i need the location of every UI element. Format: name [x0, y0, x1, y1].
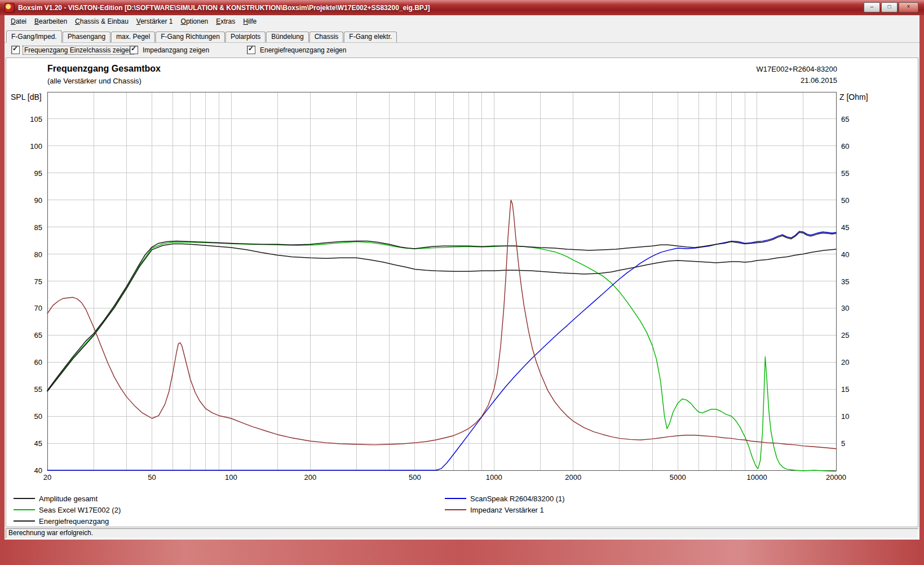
svg-text:2000: 2000 [565, 473, 581, 481]
checkbox-frequenzgang-einzelchassis[interactable]: ✓ [11, 46, 20, 54]
app-icon [5, 3, 15, 13]
window-content: Datei Bearbeiten Chassis & Einbau Verstä… [5, 15, 919, 540]
svg-text:25: 25 [841, 331, 849, 339]
svg-text:100: 100 [225, 473, 237, 481]
svg-text:20: 20 [841, 358, 849, 367]
chart-date: 21.06.2015 [801, 76, 837, 85]
chart-title: Frequenzgang Gesamtbox [47, 64, 161, 74]
check-icon: ✓ [131, 45, 136, 52]
y2-axis-label: Z [Ohm] [839, 92, 868, 101]
menu-chassis-einbau[interactable]: Chassis & Einbau [71, 16, 132, 27]
checkbox-label-energiefrequenzgang[interactable]: Energiefrequenzgang zeigen [259, 46, 347, 54]
legend-item: ScanSpeak R2604/83200 (1) [445, 493, 565, 504]
legend-label: Seas Excel W17E002 (2) [39, 506, 121, 514]
svg-text:85: 85 [34, 223, 42, 232]
check-icon: ✓ [248, 45, 254, 52]
legend-label: Amplitude gesamt [39, 495, 98, 503]
legend-item: Impedanz Verstärker 1 [445, 505, 544, 515]
legend-item: Energiefrequenzgang [14, 516, 109, 526]
menubar: Datei Bearbeiten Chassis & Einbau Verstä… [5, 15, 919, 27]
close-button[interactable]: × [899, 2, 918, 12]
statusbar: Berechnung war erfolgreich. [5, 527, 919, 540]
legend-line-impedanz [445, 509, 466, 510]
svg-text:60: 60 [841, 142, 849, 151]
svg-text:45: 45 [841, 223, 849, 232]
menu-datei[interactable]: Datei [7, 16, 30, 27]
status-message: Berechnung war erfolgreich. [6, 528, 918, 538]
legend-line-amplitude-gesamt [14, 498, 35, 499]
svg-text:50: 50 [148, 473, 156, 481]
tab-fgang-richtungen[interactable]: F-Gang Richtungen [156, 32, 225, 42]
svg-text:35: 35 [841, 277, 849, 286]
checkbox-label-frequenzgang-einzelchassis[interactable]: Frequenzgang Einzelchassis zeigen [23, 46, 134, 54]
legend-line-scanspeak [445, 498, 466, 499]
tab-phasengang[interactable]: Phasengang [63, 32, 110, 42]
minimize-button[interactable]: – [864, 2, 880, 12]
svg-text:100: 100 [30, 142, 42, 151]
svg-text:10: 10 [841, 412, 849, 421]
menu-verstaerker-1[interactable]: Verstärker 1 [132, 16, 177, 27]
svg-text:1000: 1000 [486, 473, 502, 481]
tab-fgang-elektr[interactable]: F-Gang elektr. [344, 32, 397, 42]
tab-max-pegel[interactable]: max. Pegel [111, 32, 155, 42]
checkbox-energiefrequenzgang[interactable]: ✓ [247, 46, 255, 54]
svg-text:105: 105 [30, 115, 42, 123]
tab-chassis[interactable]: Chassis [310, 32, 344, 42]
chart-subtitle: (alle Verstärker und Chassis) [47, 77, 142, 85]
menu-extras[interactable]: Extras [212, 16, 239, 27]
svg-text:200: 200 [304, 473, 316, 481]
legend-label: Impedanz Verstärker 1 [470, 506, 544, 514]
checkbox-impedanzgang[interactable]: ✓ [130, 46, 138, 54]
checkbox-label-impedanzgang[interactable]: Impedanzgang zeigen [142, 46, 210, 54]
svg-text:50: 50 [34, 412, 42, 421]
svg-text:10000: 10000 [747, 473, 767, 481]
svg-text:75: 75 [34, 277, 42, 286]
tab-polarplots[interactable]: Polarplots [226, 32, 266, 42]
tab-buendelung[interactable]: Bündelung [266, 32, 308, 42]
titlebar[interactable]: Boxsim V1.20 - VISATON-Edition [D:\SOFTW… [0, 0, 924, 15]
frequency-response-plot: SPL [dB] Z [Ohm] 40455055606570758085909… [6, 86, 917, 481]
svg-text:500: 500 [409, 473, 421, 481]
legend-item: Amplitude gesamt [14, 493, 98, 504]
svg-text:20: 20 [43, 473, 51, 481]
svg-text:5: 5 [841, 439, 845, 448]
svg-text:60: 60 [34, 358, 42, 367]
svg-text:65: 65 [34, 331, 42, 339]
checkbox-row: ✓ Frequenzgang Einzelchassis zeigen ✓ Im… [5, 43, 919, 58]
window-controls: – □ × [864, 2, 918, 12]
menu-bearbeiten[interactable]: Bearbeiten [30, 16, 71, 27]
svg-text:95: 95 [34, 169, 42, 178]
legend-line-seas-excel [14, 509, 35, 510]
svg-text:55: 55 [841, 169, 849, 178]
svg-text:40: 40 [34, 466, 42, 475]
svg-text:90: 90 [34, 196, 42, 205]
svg-text:20000: 20000 [826, 473, 846, 481]
window-title: Boxsim V1.20 - VISATON-Edition [D:\SOFTW… [18, 4, 430, 12]
tab-fgang-imped[interactable]: F-Gang/Imped. [6, 30, 62, 43]
y-axis-label: SPL [dB] [11, 92, 42, 101]
legend-label: Energiefrequenzgang [39, 517, 109, 526]
legend-item: Seas Excel W17E002 (2) [14, 505, 121, 515]
svg-text:5000: 5000 [670, 473, 686, 481]
restore-button[interactable]: □ [881, 2, 898, 12]
svg-text:80: 80 [34, 250, 42, 259]
legend-line-energiefrequenzgang [14, 520, 35, 522]
svg-text:50: 50 [841, 196, 849, 205]
chart-panel: Frequenzgang Gesamtbox (alle Verstärker … [6, 58, 918, 527]
svg-text:65: 65 [841, 115, 849, 123]
check-icon: ✓ [12, 45, 18, 52]
legend-label: ScanSpeak R2604/83200 (1) [470, 495, 565, 503]
svg-text:30: 30 [841, 304, 849, 312]
tabstrip: F-Gang/Imped. Phasengang max. Pegel F-Ga… [5, 27, 919, 43]
svg-text:55: 55 [34, 385, 42, 394]
menu-optionen[interactable]: Optionen [177, 16, 213, 27]
svg-text:70: 70 [34, 304, 42, 312]
svg-text:40: 40 [841, 250, 849, 259]
svg-text:15: 15 [841, 385, 849, 394]
chart-project-name: W17E002+R2604-83200 [757, 65, 837, 73]
svg-text:45: 45 [34, 439, 42, 448]
menu-hilfe[interactable]: Hilfe [239, 16, 260, 27]
